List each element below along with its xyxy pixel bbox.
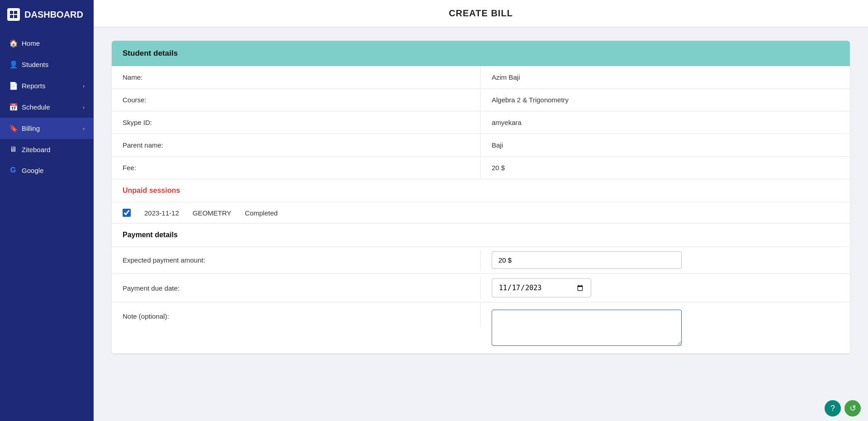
- reports-icon: 📄: [9, 81, 17, 90]
- skype-label: Skype ID:: [112, 111, 481, 134]
- student-parent-row: Parent name: Baji: [112, 134, 850, 157]
- session-status: Completed: [245, 209, 278, 217]
- svg-rect-2: [10, 15, 13, 18]
- sidebar-item-ziteboard[interactable]: 🖥 Ziteboard: [0, 139, 94, 160]
- payment-details-header: Payment details: [112, 224, 850, 247]
- course-value: Algebra 2 & Trigonometry: [481, 89, 850, 111]
- bottom-icons: ? ↺: [825, 400, 861, 416]
- schedule-icon: 📅: [9, 103, 17, 111]
- billing-chevron-icon: ›: [83, 126, 85, 131]
- expected-amount-value-cell: [481, 247, 850, 273]
- note-value-cell: [481, 302, 850, 353]
- student-name-row: Name: Azim Baji: [112, 66, 850, 89]
- session-checkbox[interactable]: [123, 209, 131, 217]
- reports-chevron-icon: ›: [83, 83, 85, 89]
- page-header: CREATE BILL: [94, 0, 868, 27]
- sidebar-label-reports: Reports: [22, 82, 46, 90]
- sidebar-label-billing: Billing: [22, 124, 40, 132]
- help-icon-button[interactable]: ?: [825, 400, 841, 416]
- home-icon: 🏠: [9, 39, 17, 48]
- note-row: Note (optional):: [112, 302, 850, 354]
- create-bill-card: Student details Name: Azim Baji Course: …: [112, 41, 850, 354]
- session-row: 2023-11-12 GEOMETRY Completed: [112, 202, 850, 224]
- google-icon: G: [9, 166, 17, 174]
- sidebar-item-google[interactable]: G Google: [0, 160, 94, 181]
- expected-amount-label: Expected payment amount:: [112, 249, 481, 271]
- sidebar-label-schedule: Schedule: [22, 103, 50, 111]
- session-subject: GEOMETRY: [193, 209, 232, 217]
- refresh-icon-button[interactable]: ↺: [844, 400, 861, 416]
- due-date-row: Payment due date:: [112, 274, 850, 302]
- student-details-header: Student details: [112, 41, 850, 66]
- sidebar-label-home: Home: [22, 39, 40, 47]
- name-label: Name:: [112, 66, 481, 88]
- page-title: CREATE BILL: [449, 8, 513, 18]
- unpaid-sessions-header: Unpaid sessions: [112, 179, 850, 202]
- sidebar: DASHBOARD 🏠 Home 👤 Students 📄 Reports › …: [0, 0, 94, 421]
- student-skype-row: Skype ID: amyekara: [112, 111, 850, 134]
- student-course-row: Course: Algebra 2 & Trigonometry: [112, 89, 850, 111]
- course-label: Course:: [112, 89, 481, 111]
- sidebar-logo[interactable]: DASHBOARD: [0, 0, 94, 29]
- student-fee-row: Fee: 20 $: [112, 157, 850, 179]
- students-icon: 👤: [9, 60, 17, 69]
- sidebar-label-students: Students: [22, 61, 48, 68]
- sidebar-item-schedule[interactable]: 📅 Schedule ›: [0, 96, 94, 118]
- parent-label: Parent name:: [112, 134, 481, 156]
- svg-rect-0: [10, 11, 13, 14]
- note-label: Note (optional):: [112, 302, 481, 327]
- due-date-input[interactable]: [492, 278, 591, 297]
- logo-text: DASHBOARD: [24, 10, 83, 20]
- session-date: 2023-11-12: [144, 209, 179, 217]
- svg-rect-1: [14, 11, 17, 14]
- sidebar-item-home[interactable]: 🏠 Home: [0, 33, 94, 54]
- fee-value: 20 $: [481, 157, 850, 179]
- fee-label: Fee:: [112, 157, 481, 179]
- parent-value: Baji: [481, 134, 850, 156]
- sidebar-item-billing[interactable]: 🔖 Billing ›: [0, 118, 94, 139]
- billing-icon: 🔖: [9, 124, 17, 133]
- sidebar-label-ziteboard: Ziteboard: [22, 146, 50, 153]
- sidebar-nav: 🏠 Home 👤 Students 📄 Reports › 📅 Schedule…: [0, 33, 94, 181]
- sidebar-item-students[interactable]: 👤 Students: [0, 54, 94, 75]
- due-date-label: Payment due date:: [112, 277, 481, 299]
- skype-value: amyekara: [481, 111, 850, 134]
- svg-rect-3: [14, 15, 17, 18]
- name-value: Azim Baji: [481, 66, 850, 88]
- logo-icon: [7, 8, 20, 21]
- note-textarea[interactable]: [492, 310, 682, 346]
- schedule-chevron-icon: ›: [83, 105, 85, 110]
- expected-amount-row: Expected payment amount:: [112, 247, 850, 274]
- due-date-value-cell: [481, 274, 850, 302]
- main-content: Student details Name: Azim Baji Course: …: [94, 27, 868, 421]
- expected-amount-input[interactable]: [492, 251, 682, 269]
- sidebar-label-google: Google: [22, 167, 43, 174]
- sidebar-item-reports[interactable]: 📄 Reports ›: [0, 75, 94, 96]
- main-area: CREATE BILL Student details Name: Azim B…: [94, 0, 868, 421]
- ziteboard-icon: 🖥: [9, 145, 17, 153]
